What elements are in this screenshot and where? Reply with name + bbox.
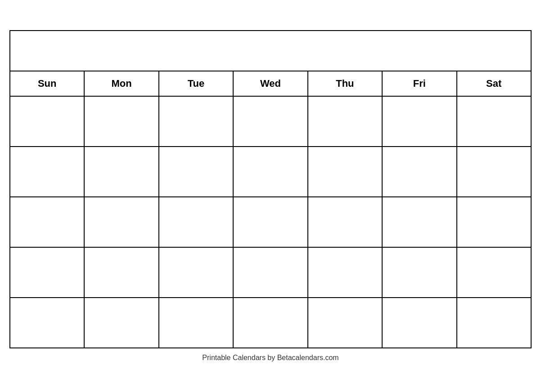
header-tue: Tue — [159, 71, 234, 96]
cell-1-5[interactable] — [308, 97, 383, 146]
cell-2-1[interactable] — [10, 147, 85, 196]
calendar-body — [10, 97, 531, 347]
cell-4-4[interactable] — [234, 248, 308, 297]
cell-4-7[interactable] — [457, 248, 531, 297]
cell-3-3[interactable] — [159, 197, 234, 247]
cell-2-7[interactable] — [457, 147, 531, 196]
cell-5-1[interactable] — [10, 298, 85, 347]
cell-1-6[interactable] — [383, 97, 457, 146]
cell-3-5[interactable] — [308, 197, 383, 247]
cell-2-6[interactable] — [383, 147, 457, 196]
cell-2-4[interactable] — [234, 147, 308, 196]
cell-3-1[interactable] — [10, 197, 85, 247]
cell-4-5[interactable] — [308, 248, 383, 297]
calendar-row-5 — [10, 298, 531, 347]
cell-4-1[interactable] — [10, 248, 85, 297]
footer-text: Printable Calendars by Betacalendars.com — [202, 354, 338, 362]
cell-3-2[interactable] — [85, 197, 159, 247]
cell-4-3[interactable] — [159, 248, 234, 297]
calendar-row-4 — [10, 248, 531, 298]
cell-5-4[interactable] — [234, 298, 308, 347]
header-wed: Wed — [234, 71, 308, 96]
cell-4-6[interactable] — [383, 248, 457, 297]
header-sat: Sat — [457, 71, 531, 96]
cell-1-1[interactable] — [10, 97, 85, 146]
cell-1-3[interactable] — [159, 97, 234, 146]
cell-5-5[interactable] — [308, 298, 383, 347]
cell-3-7[interactable] — [457, 197, 531, 247]
header-sun: Sun — [10, 71, 85, 96]
header-fri: Fri — [383, 71, 457, 96]
calendar-row-2 — [10, 147, 531, 197]
cell-2-3[interactable] — [159, 147, 234, 196]
cell-1-4[interactable] — [234, 97, 308, 146]
calendar-header-row: Sun Mon Tue Wed Thu Fri Sat — [10, 71, 531, 97]
cell-5-3[interactable] — [159, 298, 234, 347]
cell-2-2[interactable] — [85, 147, 159, 196]
cell-1-7[interactable] — [457, 97, 531, 146]
cell-5-6[interactable] — [383, 298, 457, 347]
calendar-wrapper: Sun Mon Tue Wed Thu Fri Sat — [9, 30, 532, 362]
header-mon: Mon — [85, 71, 159, 96]
cell-3-6[interactable] — [383, 197, 457, 247]
cell-4-2[interactable] — [85, 248, 159, 297]
cell-1-2[interactable] — [85, 97, 159, 146]
cell-3-4[interactable] — [234, 197, 308, 247]
calendar-title-row — [10, 31, 531, 71]
cell-2-5[interactable] — [308, 147, 383, 196]
cell-5-2[interactable] — [85, 298, 159, 347]
calendar-container: Sun Mon Tue Wed Thu Fri Sat — [9, 30, 532, 348]
cell-5-7[interactable] — [457, 298, 531, 347]
header-thu: Thu — [308, 71, 383, 96]
calendar-row-1 — [10, 97, 531, 147]
calendar-row-3 — [10, 197, 531, 248]
